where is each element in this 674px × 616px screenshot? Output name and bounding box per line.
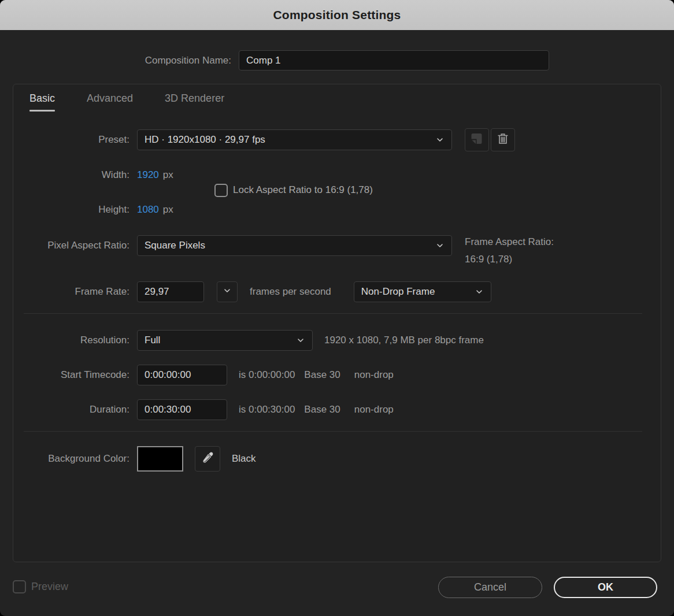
height-unit: px	[163, 204, 173, 216]
delete-preset-button[interactable]	[491, 128, 515, 151]
save-preset-button[interactable]	[465, 128, 489, 151]
lock-aspect-checkbox[interactable]	[214, 184, 228, 197]
height-value[interactable]: 1080	[137, 204, 159, 216]
frame-rate-row: Frame Rate: frames per second Non-Drop F…	[13, 281, 661, 302]
frame-aspect-ratio-block: Frame Aspect Ratio: 16:9 (1,78)	[465, 233, 554, 268]
cancel-button[interactable]: Cancel	[438, 577, 542, 598]
settings-panel: Basic Advanced 3D Renderer Preset: HD · …	[13, 84, 661, 562]
frames-per-second-label: frames per second	[250, 286, 331, 298]
drop-frame-dropdown[interactable]: Non-Drop Frame	[354, 281, 491, 302]
section-divider	[24, 431, 642, 432]
dialog-title: Composition Settings	[273, 8, 401, 22]
pixel-aspect-ratio-value: Square Pixels	[145, 240, 205, 251]
background-color-swatch[interactable]	[137, 446, 183, 472]
preset-label: Preset:	[13, 134, 129, 146]
preview-label: Preview	[31, 581, 68, 593]
chevron-down-icon	[223, 286, 232, 298]
start-timecode-drop-text: non-drop	[354, 369, 394, 381]
trash-icon	[497, 132, 509, 148]
resolution-label: Resolution:	[13, 335, 129, 346]
resolution-dropdown[interactable]: Full	[137, 330, 313, 351]
preset-value: HD · 1920x1080 · 29,97 fps	[145, 134, 265, 146]
chevron-down-icon	[435, 241, 445, 250]
chevron-down-icon	[475, 287, 484, 296]
duration-input[interactable]	[137, 399, 227, 420]
resolution-info: 1920 x 1080, 7,9 MB per 8bpc frame	[324, 335, 484, 346]
start-timecode-label: Start Timecode:	[13, 369, 129, 381]
height-row: Height: 1080 px	[13, 201, 661, 218]
frame-rate-label: Frame Rate:	[13, 286, 129, 298]
duration-row: Duration: is 0:00:30:00 Base 30 non-drop	[13, 399, 661, 420]
preset-dropdown[interactable]: HD · 1920x1080 · 29,97 fps	[137, 129, 452, 150]
frame-aspect-ratio-value: 16:9 (1,78)	[465, 251, 554, 268]
chevron-down-icon	[296, 336, 305, 345]
width-value[interactable]: 1920	[137, 169, 159, 181]
ok-button[interactable]: OK	[554, 577, 657, 598]
frame-rate-preset-button[interactable]	[217, 281, 238, 302]
duration-drop-text: non-drop	[354, 404, 394, 415]
tab-bar: Basic Advanced 3D Renderer	[29, 92, 256, 112]
footer: Preview Cancel OK	[0, 562, 674, 616]
composition-name-label: Composition Name:	[0, 55, 231, 66]
preset-row: Preset: HD · 1920x1080 · 29,97 fps	[13, 129, 661, 150]
resolution-value: Full	[145, 335, 160, 346]
frame-aspect-ratio-label: Frame Aspect Ratio:	[465, 233, 554, 251]
chevron-down-icon	[435, 135, 445, 144]
resolution-row: Resolution: Full 1920 x 1080, 7,9 MB per…	[13, 330, 661, 351]
tab-3d-renderer[interactable]: 3D Renderer	[165, 92, 224, 112]
width-label: Width:	[13, 169, 129, 181]
lock-aspect-label: Lock Aspect Ratio to 16:9 (1,78)	[233, 184, 373, 196]
drop-frame-value: Non-Drop Frame	[361, 286, 435, 298]
lock-aspect-row: Lock Aspect Ratio to 16:9 (1,78)	[13, 182, 661, 198]
composition-name-input[interactable]	[239, 50, 549, 70]
background-color-label: Background Color:	[13, 453, 129, 465]
eyedropper-icon	[201, 451, 214, 467]
save-preset-icon	[470, 132, 484, 149]
preview-toggle: Preview	[13, 580, 68, 593]
duration-base-text: Base 30	[304, 404, 340, 415]
start-timecode-row: Start Timecode: is 0:00:00:00 Base 30 no…	[13, 365, 661, 385]
pixel-aspect-ratio-dropdown[interactable]: Square Pixels	[137, 235, 452, 256]
eyedropper-button[interactable]	[195, 446, 220, 472]
pixel-aspect-ratio-row: Pixel Aspect Ratio: Square Pixels	[13, 235, 661, 256]
composition-name-row: Composition Name:	[0, 50, 549, 70]
tab-basic[interactable]: Basic	[29, 92, 55, 112]
duration-is-text: is 0:00:30:00	[239, 404, 295, 415]
background-color-row: Background Color: Black	[13, 446, 661, 472]
pixel-aspect-ratio-label: Pixel Aspect Ratio:	[13, 240, 129, 251]
section-divider	[24, 313, 642, 314]
height-label: Height:	[13, 204, 129, 216]
tab-advanced[interactable]: Advanced	[87, 92, 133, 112]
titlebar: Composition Settings	[0, 0, 674, 30]
duration-label: Duration:	[13, 404, 129, 415]
start-timecode-is-text: is 0:00:00:00	[239, 369, 295, 381]
width-row: Width: 1920 px	[13, 166, 661, 184]
start-timecode-base-text: Base 30	[304, 369, 340, 381]
composition-settings-dialog: Composition Settings Composition Name: B…	[0, 0, 674, 616]
width-unit: px	[163, 169, 173, 181]
preview-checkbox[interactable]	[13, 580, 26, 593]
start-timecode-input[interactable]	[137, 365, 227, 385]
frame-rate-input[interactable]	[137, 281, 204, 302]
background-color-name: Black	[232, 453, 256, 465]
